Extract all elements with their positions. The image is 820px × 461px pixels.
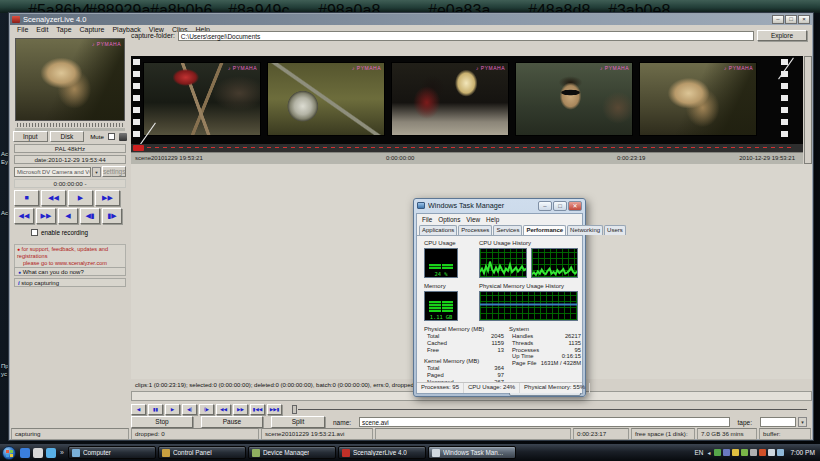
transport-button[interactable]: ◀◀ [216, 404, 231, 415]
scene-thumbnail-1[interactable]: ♪ PYMAHA [143, 62, 261, 136]
tape-date-indicator: date:2010-12-29 19:53:44 [14, 155, 126, 164]
menu-item[interactable]: File [13, 26, 32, 33]
filmstrip-scrollbar[interactable] [804, 56, 812, 164]
transport-button[interactable]: ▶▶▮ [267, 404, 282, 415]
disk-tab-button[interactable]: Disk [50, 131, 85, 142]
taskbar-button[interactable]: Windows Task Man... [428, 446, 516, 459]
taskbar-button[interactable]: Control Panel [158, 446, 246, 459]
vcr-button[interactable]: ◀ [58, 208, 78, 224]
minimize-icon[interactable]: – [538, 201, 552, 211]
tray-expand-icon[interactable]: ◄ [706, 450, 711, 456]
tape-dropdown-icon[interactable]: ▾ [798, 417, 807, 427]
vcr-button[interactable]: ◀▮ [80, 208, 100, 224]
close-icon[interactable]: ✕ [568, 201, 582, 211]
tab[interactable]: Performance [523, 225, 566, 235]
system-group: System Handles26217Threads1135Processes9… [509, 326, 581, 367]
menu-item[interactable]: View [463, 216, 483, 223]
quick-launch-icon[interactable] [20, 448, 30, 458]
tab[interactable]: Applications [419, 225, 457, 235]
scene-thumbnail-2[interactable]: ♪ PYMAHA [267, 62, 385, 136]
support-link[interactable]: please go to www.scenalyzer.com [17, 260, 107, 266]
menu-item[interactable]: File [419, 216, 435, 223]
start-button[interactable] [2, 446, 16, 460]
tape-field[interactable] [760, 417, 796, 427]
transport-button[interactable]: ▶▶ [233, 404, 248, 415]
tab[interactable]: Networking [567, 225, 603, 235]
menu-item[interactable]: Capture [76, 26, 109, 33]
transport-button[interactable]: ▶ [165, 404, 180, 415]
timeline-ruler[interactable] [131, 144, 803, 152]
transport-button[interactable]: (▶ [199, 404, 214, 415]
tray-icon[interactable] [732, 449, 739, 456]
capture-folder-row: capture-folder: C:\Users\sergei\Document… [131, 30, 807, 41]
menu-item[interactable]: Edit [32, 26, 52, 33]
maximize-icon[interactable]: □ [553, 201, 567, 211]
enable-recording-checkbox[interactable] [31, 229, 38, 236]
menu-item[interactable]: Help [483, 216, 502, 223]
close-icon[interactable]: × [798, 15, 810, 24]
vcr-button[interactable]: ▶▶ [36, 208, 56, 224]
clock[interactable]: 7:00 PM [790, 449, 815, 456]
task-manager-tabs: ApplicationsProcessesServicesPerformance… [417, 224, 582, 236]
vcr-button[interactable]: ▶ [68, 190, 93, 206]
scene-thumbnail-5[interactable]: ♪ PYMAHA [639, 62, 757, 136]
capture-device-select[interactable]: Microsoft DV Camera and VCR [14, 167, 91, 177]
taskbar-button[interactable]: ScenalyzerLive 4.0 [338, 446, 426, 459]
quick-launch-icon[interactable] [46, 448, 56, 458]
tray-icon[interactable] [759, 449, 766, 456]
pause-button[interactable]: Pause [201, 416, 263, 428]
split-button[interactable]: Split [271, 416, 325, 428]
transport-button[interactable]: ◀) [182, 404, 197, 415]
what-now-label: What can you do now? [23, 269, 84, 275]
input-tab-button[interactable]: Input [13, 131, 48, 142]
task-manager-titlebar[interactable]: Windows Task Manager – □ ✕ [414, 199, 585, 212]
vcr-button[interactable]: ▮▶ [102, 208, 122, 224]
tray-icon[interactable] [723, 449, 730, 456]
taskbar-buttons: Computer Control Panel Device Manager Sc… [68, 446, 518, 459]
menu-item[interactable]: Options [435, 216, 463, 223]
slider-thumb[interactable] [292, 405, 297, 414]
tray-icon[interactable] [768, 449, 775, 456]
taskbar-button[interactable]: Device Manager [248, 446, 336, 459]
taskbar-button[interactable]: Computer [68, 446, 156, 459]
what-now-header[interactable]: ● What can you do now? [14, 267, 126, 276]
tab[interactable]: Processes [458, 225, 492, 235]
mute-checkbox[interactable] [108, 133, 115, 140]
tray-icon[interactable] [741, 449, 748, 456]
cpu-history-graph-1 [479, 248, 527, 278]
tray-icon[interactable] [777, 449, 784, 456]
memory-gauge: 1.11 GB [424, 291, 458, 321]
quick-launch-icon[interactable] [33, 448, 43, 458]
vcr-button[interactable]: ▶▶ [95, 190, 120, 206]
cpu-usage-label: CPU Usage [424, 240, 456, 246]
minimize-icon[interactable]: – [772, 15, 784, 24]
settings-button[interactable]: settings [102, 166, 126, 177]
capture-folder-field[interactable]: C:\Users\sergei\Documents [178, 31, 754, 41]
vcr-button[interactable]: ■ [14, 190, 39, 206]
vcr-button[interactable]: ◀◀ [14, 208, 34, 224]
language-indicator[interactable]: EN [695, 449, 704, 456]
transport-button[interactable]: ◀ [131, 404, 146, 415]
tab[interactable]: Users [604, 225, 626, 235]
explore-button[interactable]: Explore [757, 30, 807, 41]
scene-thumbnail-4[interactable]: ♪ PYMAHA [515, 62, 633, 136]
tab[interactable]: Services [493, 225, 522, 235]
chevron-down-icon[interactable]: ▼ [92, 167, 101, 177]
menu-item[interactable]: Tape [52, 26, 75, 33]
tray-icon[interactable] [750, 449, 757, 456]
transport-button[interactable]: ▮◀◀ [250, 404, 265, 415]
support-notice: ● for support, feedback, updates and reg… [14, 244, 126, 269]
tray-icon[interactable] [714, 449, 721, 456]
filename-field[interactable]: scene.avi [359, 417, 729, 427]
stop-capturing-item[interactable]: i stop capturing [14, 278, 126, 287]
quick-launch-more-icon[interactable]: » [60, 449, 64, 456]
vcr-button[interactable]: ◀◀ [41, 190, 66, 206]
speaker-icon[interactable] [119, 133, 127, 141]
scene-thumbnail-3[interactable]: ♪ PYMAHA [391, 62, 509, 136]
stat-row: Up Time0:16:15 [509, 353, 581, 360]
transport-button[interactable]: ▮▮ [148, 404, 163, 415]
timeline-slider[interactable] [292, 404, 807, 415]
maximize-icon[interactable]: □ [785, 15, 797, 24]
stop-button[interactable]: Stop [131, 416, 193, 428]
scenalyzer-titlebar[interactable]: ScenalyzerLive 4.0 – □ × [10, 14, 812, 25]
